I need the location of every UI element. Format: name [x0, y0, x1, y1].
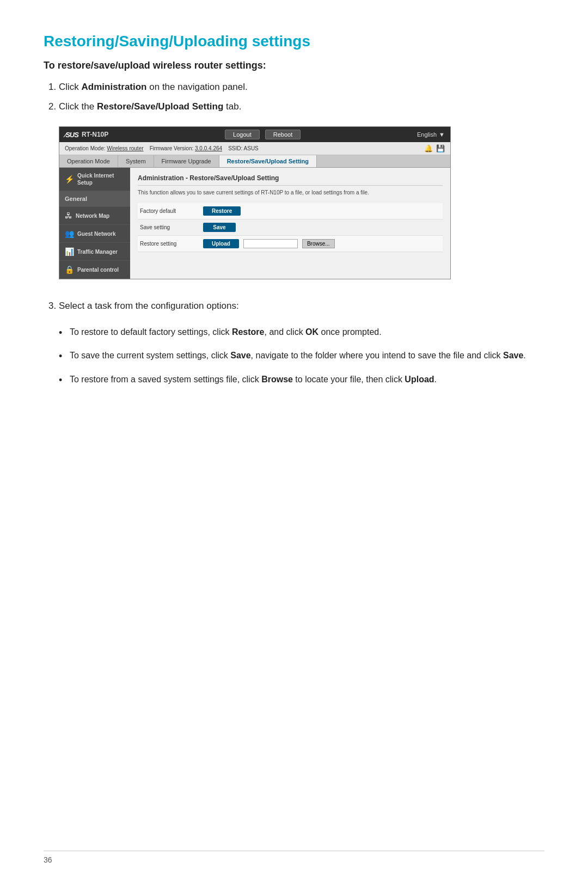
step-2: Click the Restore/Save/Upload Setting ta… [59, 100, 544, 114]
browse-button[interactable]: Browse... [302, 239, 335, 248]
sidebar-item-guest-network[interactable]: 👥 Guest Network [59, 225, 130, 243]
tab-restore-save[interactable]: Restore/Save/Upload Setting [219, 155, 317, 167]
sidebar-general-header: General [59, 191, 130, 207]
factory-default-control: Restore [203, 206, 241, 216]
factory-default-row: Factory default Restore [138, 203, 443, 219]
save-setting-label: Save setting [138, 224, 203, 230]
step1-suffix: on the navigation panel. [149, 82, 248, 92]
traffic-manager-icon: 📊 [65, 247, 74, 256]
network-map-label: Network Map [76, 212, 109, 219]
general-label: General [65, 195, 87, 202]
model-name: RT-N10P [82, 131, 108, 138]
bullet-save-bold2: Save [503, 351, 523, 360]
section-subtitle: To restore/save/upload wireless router s… [44, 60, 544, 71]
save-setting-row: Save setting Save [138, 219, 443, 236]
content-description: This function allows you to save current… [138, 189, 443, 197]
factory-default-label: Factory default [138, 208, 203, 214]
brand-logo: ∕SUS [65, 131, 78, 139]
status-info: Operation Mode: Wireless router Firmware… [65, 145, 259, 151]
router-content: Administration - Restore/Save/Upload Set… [130, 168, 450, 279]
step-3-intro: Select a task from the configuration opt… [59, 299, 544, 313]
ssid-label: SSID: [228, 145, 242, 151]
tab-firmware-upgrade[interactable]: Firmware Upgrade [154, 155, 219, 167]
parental-control-label: Parental control [77, 266, 119, 273]
op-mode-value: Wireless router [107, 145, 143, 151]
steps-list: Click Administration on the navigation p… [59, 80, 544, 113]
router-ui-screenshot: ∕SUS RT-N10P Logout Reboot English ▼ Ope… [59, 126, 451, 279]
router-tabs: Operation Mode System Firmware Upgrade R… [59, 155, 450, 168]
logout-button[interactable]: Logout [225, 130, 260, 139]
bullet-restore-middle: , and click [264, 327, 305, 337]
restore-setting-control: Upload Browse... [203, 239, 335, 248]
tab-operation-mode[interactable]: Operation Mode [59, 155, 118, 167]
bullet-restore: To restore to default factory settings, … [59, 325, 544, 339]
bullet-save-bold1: Save [230, 351, 250, 360]
settings-icon: 💾 [436, 144, 445, 152]
step1-bold: Administration [82, 82, 147, 92]
sidebar-item-quick-setup[interactable]: ⚡ Quick InternetSetup [59, 168, 130, 191]
bullet-browse-bold1: Browse [261, 375, 293, 384]
bullet-browse-middle: to locate your file, then click [293, 375, 405, 384]
bullet-browse-bold2: Upload [405, 375, 434, 384]
sidebar-item-network-map[interactable]: 🖧 Network Map [59, 207, 130, 225]
page-title: Restoring/Saving/Uploading settings [44, 33, 544, 50]
router-status-bar: Operation Mode: Wireless router Firmware… [59, 142, 450, 155]
content-title: Administration - Restore/Save/Upload Set… [138, 174, 443, 186]
step3-list: Select a task from the configuration opt… [59, 299, 544, 313]
op-mode-label: Operation Mode: [65, 145, 106, 151]
router-header: ∕SUS RT-N10P Logout Reboot English ▼ [59, 127, 450, 142]
bullet-restore-prefix: To restore to default factory settings, … [70, 327, 232, 337]
router-sidebar: ⚡ Quick InternetSetup General 🖧 Network … [59, 168, 130, 279]
restore-button[interactable]: Restore [203, 206, 241, 216]
router-main: ⚡ Quick InternetSetup General 🖧 Network … [59, 168, 450, 279]
save-setting-control: Save [203, 223, 236, 232]
ssid-value: ASUS [244, 145, 259, 151]
fw-label: Firmware Version: [150, 145, 194, 151]
upload-button[interactable]: Upload [203, 239, 239, 248]
fw-value: 3.0.0.4.264 [195, 145, 222, 151]
step-1: Click Administration on the navigation p… [59, 80, 544, 94]
bullet-restore-suffix: once prompted. [318, 327, 382, 337]
bullet-restore-bold1: Restore [232, 327, 265, 337]
reboot-button[interactable]: Reboot [265, 130, 301, 139]
step2-bold: Restore/Save/Upload Setting [97, 101, 223, 112]
bullet-save-middle: , navigate to the folder where you inten… [251, 351, 503, 360]
guest-network-label: Guest Network [77, 230, 116, 237]
parental-control-icon: 🔒 [65, 265, 74, 274]
sidebar-item-traffic-manager[interactable]: 📊 Traffic Manager [59, 243, 130, 261]
router-header-buttons: Logout Reboot [225, 130, 301, 139]
bullet-save-prefix: To save the current system settings, cli… [70, 351, 230, 360]
notification-icon: 🔔 [424, 144, 433, 152]
restore-setting-label: Restore setting [138, 241, 203, 247]
step2-suffix: tab. [226, 101, 241, 112]
bullet-save: To save the current system settings, cli… [59, 349, 544, 363]
quick-setup-icon: ⚡ [65, 175, 74, 184]
guest-network-icon: 👥 [65, 229, 74, 238]
bullet-save-suffix: . [523, 351, 525, 360]
upload-file-input[interactable] [243, 239, 298, 248]
settings-table: Factory default Restore Save setting Sav… [138, 203, 443, 252]
bullet-list: To restore to default factory settings, … [59, 325, 544, 387]
tab-system[interactable]: System [118, 155, 154, 167]
bullet-browse-suffix: . [434, 375, 437, 384]
router-brand: ∕SUS RT-N10P [65, 131, 108, 139]
bullet-browse-prefix: To restore from a saved system settings … [70, 375, 261, 384]
quick-setup-label: Quick InternetSetup [77, 172, 114, 186]
page-footer: 36 [44, 851, 544, 864]
save-button[interactable]: Save [203, 223, 236, 232]
bullet-browse: To restore from a saved system settings … [59, 372, 544, 387]
bullet-restore-bold2: OK [305, 327, 318, 337]
status-icons: 🔔 💾 [424, 144, 445, 152]
page-number: 36 [44, 856, 52, 864]
sidebar-item-parental-control[interactable]: 🔒 Parental control [59, 261, 130, 279]
step3-container: Select a task from the configuration opt… [44, 299, 544, 386]
network-map-icon: 🖧 [65, 211, 72, 220]
traffic-manager-label: Traffic Manager [77, 248, 118, 255]
restore-setting-row: Restore setting Upload Browse... [138, 236, 443, 252]
router-lang-selector[interactable]: English ▼ [417, 131, 445, 138]
